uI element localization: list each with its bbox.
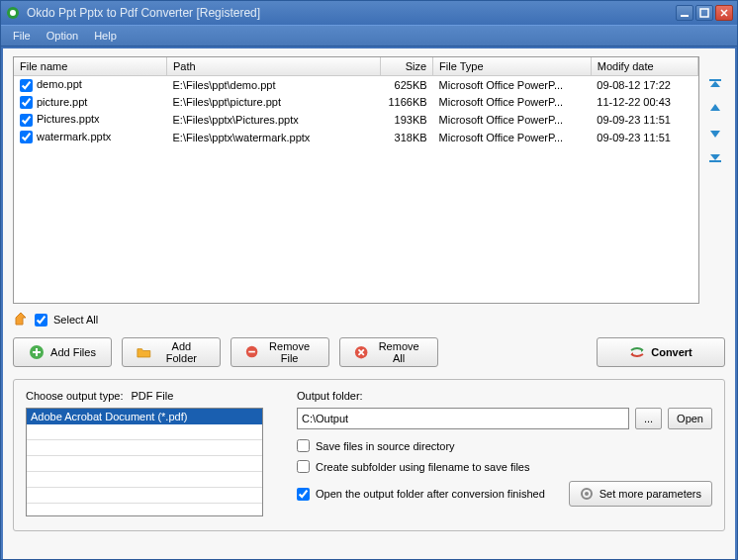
file-area: File name Path Size File Type Modify dat… bbox=[13, 56, 725, 304]
browse-button[interactable]: ... bbox=[635, 408, 662, 429]
col-header-path[interactable]: Path bbox=[167, 57, 381, 76]
more-params-button[interactable]: Set more parameters bbox=[569, 481, 712, 507]
file-name: watermark.pptx bbox=[37, 131, 111, 142]
remove-file-button[interactable]: Remove File bbox=[231, 337, 329, 367]
output-type-label: Choose output type: PDF File bbox=[26, 390, 273, 402]
menu-file[interactable]: File bbox=[9, 28, 35, 44]
file-size: 1166KB bbox=[381, 94, 433, 112]
subfolder-checkbox[interactable] bbox=[297, 460, 310, 473]
file-date: 09-09-23 11:51 bbox=[591, 111, 697, 129]
table-row[interactable]: demo.pptE:\Files\ppt\demo.ppt625KBMicros… bbox=[14, 76, 698, 94]
select-all-checkbox[interactable] bbox=[35, 314, 47, 327]
add-folder-button[interactable]: Add Folder bbox=[122, 337, 221, 367]
file-type: Microsoft Office PowerP... bbox=[433, 94, 592, 112]
minimize-button[interactable] bbox=[676, 5, 693, 21]
content: File name Path Size File Type Modify dat… bbox=[3, 48, 735, 559]
plus-icon bbox=[29, 344, 45, 360]
save-source-label: Save files in source directory bbox=[316, 440, 455, 452]
title-text: Okdo Ppt Pptx to Pdf Converter [Register… bbox=[27, 6, 676, 20]
menu-option[interactable]: Option bbox=[43, 28, 82, 44]
output-folder-input[interactable] bbox=[297, 408, 629, 429]
file-type: Microsoft Office PowerP... bbox=[433, 129, 592, 146]
output-type-list[interactable]: Adobe Acrobat Document (*.pdf) bbox=[26, 408, 263, 516]
move-bottom-button[interactable] bbox=[706, 147, 724, 165]
minus-icon bbox=[245, 344, 258, 360]
file-path: E:\Files\ppt\demo.ppt bbox=[167, 76, 381, 94]
table-row[interactable]: picture.pptE:\Files\ppt\picture.ppt1166K… bbox=[14, 94, 698, 112]
file-path: E:\Files\ppt\picture.ppt bbox=[167, 94, 381, 112]
table-header: File name Path Size File Type Modify dat… bbox=[14, 57, 698, 76]
window-controls bbox=[676, 5, 733, 21]
add-files-button[interactable]: Add Files bbox=[13, 337, 112, 367]
menubar: File Option Help bbox=[1, 25, 737, 47]
gear-icon bbox=[580, 487, 594, 501]
file-date: 11-12-22 00:43 bbox=[591, 94, 697, 112]
folder-icon bbox=[137, 344, 151, 360]
convert-button[interactable]: Convert bbox=[597, 337, 725, 367]
file-size: 318KB bbox=[381, 129, 433, 146]
convert-icon bbox=[629, 344, 645, 360]
row-checkbox[interactable] bbox=[20, 114, 33, 127]
col-header-date[interactable]: Modify date bbox=[591, 57, 697, 76]
move-down-button[interactable] bbox=[706, 124, 724, 141]
file-type: Microsoft Office PowerP... bbox=[433, 76, 592, 94]
maximize-button[interactable] bbox=[695, 5, 713, 21]
file-list[interactable]: File name Path Size File Type Modify dat… bbox=[13, 56, 699, 304]
app-icon bbox=[5, 5, 21, 21]
remove-all-button[interactable]: Remove All bbox=[339, 337, 438, 367]
file-date: 09-08-12 17:22 bbox=[591, 76, 697, 94]
subfolder-label: Create subfolder using filename to save … bbox=[316, 461, 529, 473]
row-checkbox[interactable] bbox=[20, 79, 33, 92]
open-after-label: Open the output folder after conversion … bbox=[316, 488, 545, 500]
reorder-arrows bbox=[705, 56, 725, 304]
menu-help[interactable]: Help bbox=[90, 28, 121, 44]
action-buttons: Add Files Add Folder Remove File Remove … bbox=[13, 337, 725, 367]
table-row[interactable]: Pictures.pptxE:\Files\pptx\Pictures.pptx… bbox=[14, 111, 698, 129]
select-all-label: Select All bbox=[53, 314, 98, 326]
move-up-button[interactable] bbox=[706, 100, 724, 118]
titlebar: Okdo Ppt Pptx to Pdf Converter [Register… bbox=[1, 1, 737, 25]
open-after-checkbox[interactable] bbox=[297, 488, 310, 501]
file-date: 09-09-23 11:51 bbox=[591, 129, 697, 146]
svg-point-1 bbox=[10, 10, 16, 16]
remove-all-icon bbox=[354, 344, 368, 360]
select-all-row: Select All bbox=[13, 312, 725, 327]
open-folder-button[interactable]: Open bbox=[668, 408, 712, 429]
file-path: E:\Files\pptx\watermark.pptx bbox=[167, 129, 381, 146]
col-header-name[interactable]: File name bbox=[14, 57, 167, 76]
row-checkbox[interactable] bbox=[20, 96, 33, 109]
output-panel: Choose output type: PDF File Adobe Acrob… bbox=[13, 379, 725, 531]
col-header-type[interactable]: File Type bbox=[433, 57, 592, 76]
close-button[interactable] bbox=[715, 5, 733, 21]
file-name: demo.ppt bbox=[37, 78, 82, 90]
move-top-button[interactable] bbox=[706, 76, 724, 94]
app-window: Okdo Ppt Pptx to Pdf Converter [Register… bbox=[0, 0, 738, 560]
row-checkbox[interactable] bbox=[20, 131, 33, 143]
file-type: Microsoft Office PowerP... bbox=[433, 111, 592, 129]
output-type-item[interactable]: Adobe Acrobat Document (*.pdf) bbox=[27, 409, 262, 424]
file-name: Pictures.pptx bbox=[37, 113, 100, 125]
file-name: picture.ppt bbox=[37, 96, 87, 108]
svg-rect-2 bbox=[681, 15, 689, 17]
output-folder-label: Output folder: bbox=[297, 390, 712, 402]
file-size: 193KB bbox=[381, 111, 433, 129]
save-source-checkbox[interactable] bbox=[297, 439, 310, 452]
svg-rect-5 bbox=[709, 160, 721, 162]
table-row[interactable]: watermark.pptxE:\Files\pptx\watermark.pp… bbox=[14, 129, 698, 146]
col-header-size[interactable]: Size bbox=[381, 57, 433, 76]
up-folder-icon[interactable] bbox=[13, 312, 29, 327]
file-path: E:\Files\pptx\Pictures.pptx bbox=[167, 111, 381, 129]
svg-rect-3 bbox=[700, 9, 708, 17]
svg-rect-4 bbox=[709, 79, 721, 81]
svg-point-10 bbox=[585, 492, 589, 496]
file-size: 625KB bbox=[381, 76, 433, 94]
